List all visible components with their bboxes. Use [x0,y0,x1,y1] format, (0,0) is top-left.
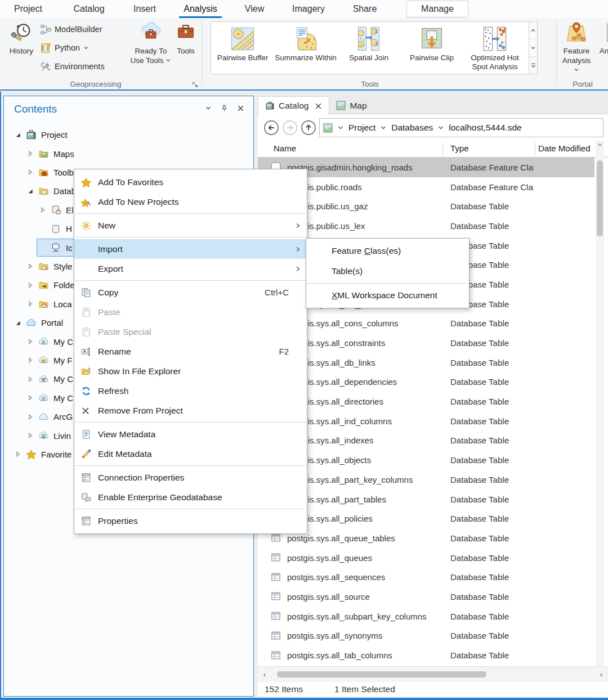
tree-item-datab[interactable]: Datab [5,182,76,200]
table-row[interactable]: postgis.sys.all_directoriesDatabase Tabl… [258,392,594,411]
column-header-date-modified[interactable]: Date Modified [538,143,590,153]
vertical-scrollbar[interactable] [596,141,604,700]
column-header-type[interactable]: Type [450,143,469,153]
menu-item-connection-properties[interactable]: Connection Properties [74,468,307,487]
table-row[interactable]: postgis.gisadmin.hongking_roadsDatabase … [258,158,594,177]
chevron-down-icon[interactable] [380,124,387,131]
up-button[interactable] [301,120,316,136]
menu-item-import[interactable]: Import [74,239,307,259]
horizontal-scrollbar[interactable]: ‹ › [258,666,608,682]
table-row[interactable]: postgis.sys.all_objectsDatabase Table [258,450,594,470]
menu-item-properties[interactable]: Properties [74,511,307,531]
raster-analysis-button-clipped[interactable]: Analysis [597,21,608,56]
close-icon[interactable] [237,105,244,112]
collapse-arrow-icon[interactable] [26,189,34,194]
table-row[interactable]: postgis.sys.all_part_tablesDatabase Tabl… [258,490,594,509]
tree-item-favorite[interactable]: Favorite [5,445,71,464]
tab-analysis[interactable]: Analysis [178,0,223,18]
submenu-item-xml-workspace-document[interactable]: XML Workspace Document [306,285,469,306]
tree-item-arcg[interactable]: ArcG [5,407,73,426]
gallery-scroll-up[interactable] [529,22,537,39]
forward-button[interactable] [282,120,298,136]
expand-arrow-icon[interactable] [39,207,47,213]
tree-item-my-c[interactable]: My C [5,332,73,351]
view-tab-catalog[interactable]: Catalog [258,96,329,115]
tree-item-h[interactable]: H [5,219,72,238]
menu-item-new[interactable]: New [74,216,307,235]
close-icon[interactable] [315,102,322,110]
column-header-name[interactable]: Name [274,143,296,153]
tree-item-folde[interactable]: Folde [5,276,75,294]
feature-analysis-button[interactable]: Feature Analysis [558,21,594,75]
horizontal-scroll-thumb[interactable] [277,671,486,677]
tree-item-project[interactable]: Project [5,125,68,144]
table-row[interactable]: postgis.sys.all_db_linksDatabase Table [258,353,594,373]
chevron-down-icon[interactable] [337,124,344,131]
expand-arrow-icon[interactable] [26,433,34,438]
scroll-left-icon[interactable]: ‹ [258,670,271,679]
tree-item-style[interactable]: Style [5,257,72,276]
table-row[interactable]: postgis.sys.all_sourceDatabase Table [258,587,594,607]
tab-catalog[interactable]: Catalog [68,0,110,18]
tree-item-maps[interactable]: Maps [5,144,74,163]
tree-item-loca[interactable]: Loca [5,295,72,313]
table-row[interactable]: postgis.sys.all_queuesDatabase Table [258,548,594,568]
menu-item-rename[interactable]: RenameF2 [74,342,307,361]
dialog-launcher-icon[interactable] [191,81,199,88]
gallery-expand[interactable] [529,57,537,74]
pin-icon[interactable] [221,105,228,112]
table-row[interactable]: postgis.public.us_lexDatabase Table [258,216,594,236]
tree-item-ic[interactable]: Ic [5,238,73,257]
expand-arrow-icon[interactable] [14,451,22,457]
expand-arrow-icon[interactable] [26,169,34,175]
expand-arrow-icon[interactable] [26,301,34,307]
tree-item-my-c[interactable]: My C [5,389,73,407]
tree-item-toolb[interactable]: Toolb [5,163,74,182]
table-row[interactable]: postgis.sys.all_indexesDatabase Table [258,431,594,451]
history-button[interactable]: History [5,21,38,56]
gallery-scroll-down[interactable] [529,39,537,57]
collapse-arrow-icon[interactable] [14,320,22,326]
tab-imagery[interactable]: Imagery [287,0,330,18]
menu-item-export[interactable]: Export [74,259,307,279]
tab-project[interactable]: Project [7,0,50,18]
tree-item-my-f[interactable]: My F [5,351,72,370]
chevron-down-icon[interactable] [437,124,444,131]
menu-item-add-to-favorites[interactable]: Add To Favorites [74,172,307,192]
expand-arrow-icon[interactable] [26,263,34,269]
expand-arrow-icon[interactable] [26,151,34,156]
gallery-item-pairwise-buffer[interactable]: Pairwise Buffer [211,22,274,62]
scroll-up-icon[interactable] [597,142,603,148]
table-row[interactable]: postgis.sys.all_constraintsDatabase Tabl… [258,333,594,353]
ready-to-use-tools-button[interactable]: Ready To Use Tools [129,21,172,66]
tab-share[interactable]: Share [347,0,383,18]
menu-item-refresh[interactable]: Refresh [74,381,307,401]
submenu-item-table-s[interactable]: Table(s) [306,261,469,281]
expand-arrow-icon[interactable] [26,376,34,382]
pane-menu-chevron-icon[interactable] [205,105,212,112]
vertical-scroll-thumb[interactable] [597,160,603,236]
expand-arrow-icon[interactable] [26,339,34,344]
table-row[interactable]: postgis.sys.all_policiesDatabase Table [258,509,594,528]
table-row[interactable]: postgis.sys.all_tab_columnsDatabase Tabl… [258,645,594,665]
tab-insert[interactable]: Insert [127,0,162,18]
submenu-item-feature-class-es[interactable]: Feature Class(es) [306,241,469,261]
menu-item-show-in-file-explorer[interactable]: Show In File Explorer [74,361,307,381]
menu-item-enable-enterprise-geodatabase[interactable]: Enable Enterprise Geodatabase [74,487,307,507]
tab-view[interactable]: View [239,0,270,18]
modelbuilder-button[interactable]: ModelBuilder [41,23,102,36]
gallery-item-spatial-join[interactable]: 23Spatial Join [337,22,400,62]
breadcrumb-path[interactable]: localhost,5444.sde [449,123,521,133]
menu-item-add-to-new-projects[interactable]: Add To New Projects [74,192,307,212]
table-row[interactable]: postgis.public.us_gazDatabase Table [258,196,594,216]
breadcrumb-databases[interactable]: Databases [391,123,433,133]
table-row[interactable]: postgis.sys.all_dependenciesDatabase Tab… [258,373,594,392]
tree-item-livin[interactable]: Livin [5,426,71,445]
expand-arrow-icon[interactable] [26,414,34,420]
tree-item-my-c[interactable]: My C [5,370,73,388]
table-row[interactable]: postgis.sys.all_queue_tablesDatabase Tab… [258,528,594,548]
table-row[interactable]: postgis.sys.all_part_key_columnsDatabase… [258,470,594,490]
view-tab-map[interactable]: Map [329,96,373,115]
table-row[interactable]: postgis.sys.all_sequencesDatabase Table [258,567,594,587]
menu-item-view-metadata[interactable]: View Metadata [74,424,307,444]
